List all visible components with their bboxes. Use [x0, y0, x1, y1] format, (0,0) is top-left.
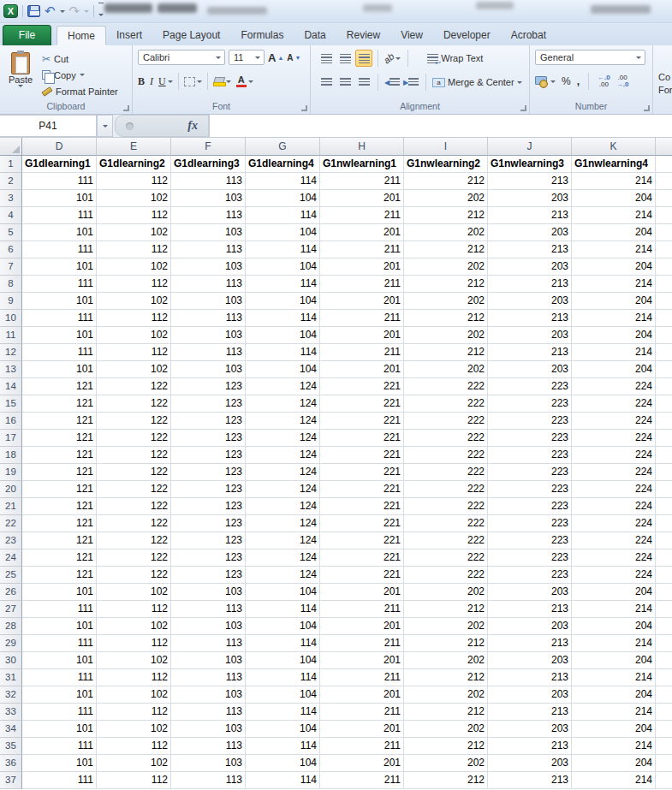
- cell-F22[interactable]: 123: [171, 515, 246, 532]
- cell-H8[interactable]: 211: [320, 276, 404, 293]
- cell-I5[interactable]: 202: [404, 224, 488, 241]
- cell-J22[interactable]: 223: [488, 515, 572, 532]
- cell-F25[interactable]: 123: [171, 567, 246, 584]
- cell-D26[interactable]: 101: [22, 584, 97, 601]
- cell-E21[interactable]: 122: [97, 498, 171, 515]
- cell-I1[interactable]: G1nwlearning2: [404, 156, 488, 173]
- cell-K13[interactable]: 204: [572, 361, 656, 378]
- cell-partial-26[interactable]: [656, 584, 672, 601]
- row-header-26[interactable]: 26: [0, 584, 22, 601]
- cell-F12[interactable]: 113: [171, 344, 246, 361]
- row-header-25[interactable]: 25: [0, 567, 22, 584]
- cell-F17[interactable]: 123: [171, 430, 246, 447]
- cell-J18[interactable]: 223: [488, 447, 572, 464]
- cell-K25[interactable]: 224: [572, 567, 656, 584]
- cell-E19[interactable]: 122: [97, 464, 171, 481]
- row-header-22[interactable]: 22: [0, 515, 22, 532]
- cell-G28[interactable]: 104: [246, 618, 320, 635]
- row-header-7[interactable]: 7: [0, 258, 22, 276]
- cell-F2[interactable]: 113: [171, 173, 246, 190]
- cell-F1[interactable]: G1dlearning3: [171, 156, 246, 173]
- cell-F7[interactable]: 103: [171, 258, 246, 276]
- cell-E32[interactable]: 102: [97, 686, 171, 704]
- cell-G5[interactable]: 104: [246, 224, 320, 241]
- cell-J8[interactable]: 213: [488, 276, 572, 293]
- cell-H15[interactable]: 221: [320, 395, 404, 413]
- column-header-D[interactable]: D: [22, 138, 97, 156]
- cell-I21[interactable]: 222: [404, 498, 488, 515]
- column-header-J[interactable]: J: [488, 138, 572, 156]
- cell-K10[interactable]: 214: [572, 310, 656, 327]
- cell-partial-7[interactable]: [656, 258, 672, 276]
- cell-H6[interactable]: 211: [320, 241, 404, 258]
- cell-F11[interactable]: 103: [171, 327, 246, 344]
- cell-F15[interactable]: 123: [171, 395, 246, 413]
- cell-I24[interactable]: 222: [404, 549, 488, 567]
- name-box-dropdown-icon[interactable]: [97, 115, 113, 137]
- cell-H26[interactable]: 201: [320, 584, 404, 601]
- cell-I32[interactable]: 202: [404, 686, 488, 704]
- cell-J28[interactable]: 203: [488, 618, 572, 635]
- cell-G7[interactable]: 104: [246, 258, 320, 276]
- cell-D16[interactable]: 121: [22, 413, 97, 430]
- increase-indent-button[interactable]: ▶: [402, 74, 419, 91]
- tab-page-layout[interactable]: Page Layout: [152, 26, 230, 45]
- row-header-15[interactable]: 15: [0, 395, 22, 413]
- tab-view[interactable]: View: [390, 26, 433, 45]
- cell-G11[interactable]: 104: [246, 327, 320, 344]
- cell-J12[interactable]: 213: [488, 344, 572, 361]
- cell-F3[interactable]: 103: [171, 190, 246, 207]
- cell-I16[interactable]: 222: [404, 413, 488, 430]
- cell-partial-5[interactable]: [656, 224, 672, 241]
- name-box[interactable]: P41: [0, 115, 97, 137]
- align-top-button[interactable]: [318, 50, 335, 67]
- cell-E36[interactable]: 102: [97, 755, 171, 772]
- cell-I8[interactable]: 212: [404, 276, 488, 293]
- cell-K36[interactable]: 204: [572, 755, 656, 772]
- cell-K15[interactable]: 224: [572, 395, 656, 413]
- tab-developer[interactable]: Developer: [433, 26, 501, 45]
- cell-J15[interactable]: 223: [488, 395, 572, 413]
- cell-D12[interactable]: 111: [22, 344, 97, 361]
- cell-J31[interactable]: 213: [488, 669, 572, 686]
- cell-E11[interactable]: 102: [97, 327, 171, 344]
- cell-F6[interactable]: 113: [171, 241, 246, 258]
- cell-K22[interactable]: 224: [572, 515, 656, 532]
- cell-K19[interactable]: 224: [572, 464, 656, 481]
- tab-home[interactable]: Home: [56, 26, 106, 45]
- row-header-9[interactable]: 9: [0, 293, 22, 310]
- row-header-21[interactable]: 21: [0, 498, 22, 515]
- cell-J17[interactable]: 223: [488, 430, 572, 447]
- cell-K23[interactable]: 224: [572, 532, 656, 549]
- cell-D19[interactable]: 121: [22, 464, 97, 481]
- grow-font-button[interactable]: A▲: [268, 51, 283, 64]
- cell-G22[interactable]: 124: [246, 515, 320, 532]
- cell-K18[interactable]: 224: [572, 447, 656, 464]
- cell-F34[interactable]: 103: [171, 721, 246, 738]
- cell-G4[interactable]: 114: [246, 207, 320, 224]
- insert-function-area[interactable]: fx: [115, 115, 209, 137]
- cell-D18[interactable]: 121: [22, 447, 97, 464]
- cell-D32[interactable]: 101: [22, 686, 97, 704]
- cell-partial-27[interactable]: [656, 601, 672, 618]
- cell-D13[interactable]: 101: [22, 361, 97, 378]
- cell-J13[interactable]: 203: [488, 361, 572, 378]
- align-bottom-button[interactable]: [355, 50, 372, 67]
- cell-J34[interactable]: 203: [488, 721, 572, 738]
- cell-E12[interactable]: 112: [97, 344, 171, 361]
- cell-I6[interactable]: 212: [404, 241, 488, 258]
- cell-partial-24[interactable]: [656, 549, 672, 567]
- cell-D5[interactable]: 101: [22, 224, 97, 241]
- cell-partial-2[interactable]: [656, 173, 672, 190]
- cell-D8[interactable]: 111: [22, 276, 97, 293]
- tab-data[interactable]: Data: [294, 26, 336, 45]
- cell-D10[interactable]: 111: [22, 310, 97, 327]
- merge-center-button[interactable]: a Merge & Center: [432, 77, 522, 87]
- cell-K14[interactable]: 224: [572, 378, 656, 395]
- cell-H2[interactable]: 211: [320, 173, 404, 190]
- cell-I26[interactable]: 202: [404, 584, 488, 601]
- cell-E3[interactable]: 102: [97, 190, 171, 207]
- cell-J29[interactable]: 213: [488, 635, 572, 652]
- cell-G32[interactable]: 104: [246, 686, 320, 704]
- row-header-30[interactable]: 30: [0, 652, 22, 669]
